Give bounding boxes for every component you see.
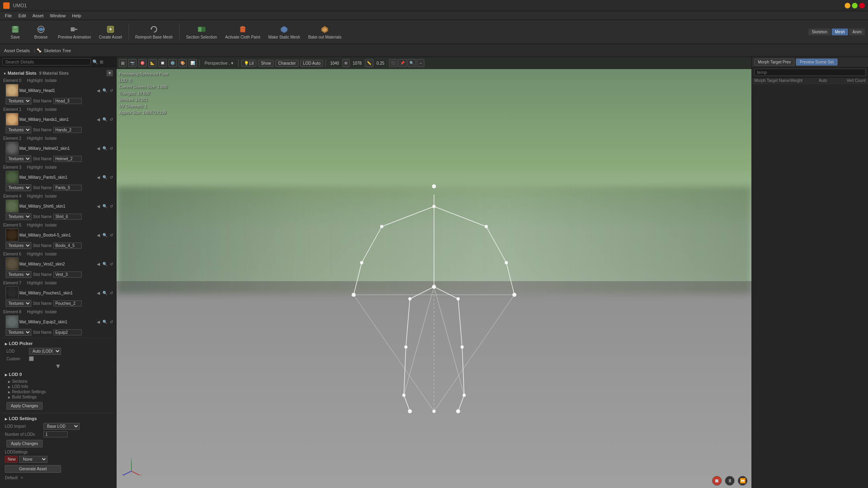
stop-button[interactable]: ⏹ <box>712 476 722 486</box>
elem-1-slot-name[interactable] <box>53 127 82 133</box>
lod-settings-header[interactable]: LOD Settings <box>3 415 113 422</box>
vp-extra-3[interactable]: 🔍 <box>407 59 416 67</box>
elem-6-isolate[interactable]: Isolate <box>45 252 57 256</box>
mesh-tab[interactable]: Mesh <box>831 29 848 35</box>
elem-5-more-btn[interactable]: ↺ <box>109 233 114 238</box>
num-lods-input[interactable] <box>43 431 68 437</box>
menu-help[interactable]: Help <box>69 11 84 20</box>
vp-icon-4[interactable]: 📐 <box>148 59 157 67</box>
menu-asset[interactable]: Asset <box>29 11 47 20</box>
elem-2-slot-name[interactable] <box>53 156 82 162</box>
elem-5-highlight[interactable]: Highlight <box>27 223 43 227</box>
elem-6-slot-name[interactable] <box>53 272 82 278</box>
make-static-mesh-button[interactable]: Make Static Mesh <box>265 22 303 43</box>
elem-1-arrow-btn[interactable]: ◀ <box>96 117 101 122</box>
lod-none-select[interactable]: None <box>19 456 47 463</box>
elem-2-type-select[interactable]: Textures <box>6 155 31 162</box>
elem-4-more-btn[interactable]: ↺ <box>109 204 114 209</box>
element-5-header[interactable]: Element 5 Highlight Isolate <box>2 222 115 228</box>
elem-4-highlight[interactable]: Highlight <box>27 194 43 198</box>
browse-button[interactable]: Browse <box>29 22 53 43</box>
elem-5-type-select[interactable]: Textures <box>6 242 31 249</box>
elem-0-isolate[interactable]: Isolate <box>45 78 57 83</box>
vp-extra-4[interactable]: ↔ <box>417 59 424 67</box>
elem-8-type-select[interactable]: Textures <box>6 329 31 336</box>
elem-4-find-btn[interactable]: 🔍 <box>102 204 108 209</box>
elem-6-highlight[interactable]: Highlight <box>27 252 43 256</box>
preview-scene-set-button[interactable]: Preview Scene Set <box>796 59 837 65</box>
create-asset-button[interactable]: + Create Asset <box>96 22 125 43</box>
panel-expand-icon[interactable]: ⊞ <box>100 59 103 65</box>
lod-import-select[interactable]: Base LOD <box>43 423 80 430</box>
elem-7-more-btn[interactable]: ↺ <box>109 290 114 296</box>
elem-3-isolate[interactable]: Isolate <box>45 165 57 169</box>
elem-3-arrow-btn[interactable]: ◀ <box>96 175 101 180</box>
lit-button[interactable]: 💡 Lit <box>241 60 257 67</box>
elem-8-isolate[interactable]: Isolate <box>45 310 57 314</box>
character-button[interactable]: Character <box>275 60 299 67</box>
element-4-header[interactable]: Element 4 Highlight Isolate <box>2 193 115 199</box>
elem-2-more-btn[interactable]: ↺ <box>109 146 114 151</box>
lod-auto-button[interactable]: LOD Auto <box>300 60 323 67</box>
elem-3-more-btn[interactable]: ↺ <box>109 175 114 180</box>
lod0-info[interactable]: LOD Info <box>8 384 108 389</box>
skeleton-tab[interactable]: Skeleton <box>808 29 831 35</box>
menu-edit[interactable]: Edit <box>15 11 29 20</box>
menu-file[interactable]: File <box>2 11 15 20</box>
vp-icon-7[interactable]: 🎨 <box>178 59 187 67</box>
add-material-slot-button[interactable]: + <box>106 70 113 76</box>
vp-icon-8[interactable]: 📊 <box>188 59 197 67</box>
elem-4-arrow-btn[interactable]: ◀ <box>96 204 101 209</box>
elem-2-arrow-btn[interactable]: ◀ <box>96 146 101 151</box>
pause-button[interactable]: ⏸ <box>725 476 735 486</box>
elem-3-slot-name[interactable] <box>53 185 82 191</box>
viewport[interactable]: ⊞ 📷 🎯 📐 🔲 ⚙️ 🎨 📊 Perspective . ▾ 💡 Lit S… <box>117 57 751 488</box>
elem-0-more-btn[interactable]: ↺ <box>109 88 114 93</box>
default-add-btn[interactable]: + <box>20 475 24 480</box>
lod0-build[interactable]: Build Settings <box>8 394 108 400</box>
save-button[interactable]: Save <box>3 22 27 43</box>
lod0-header[interactable]: LOD 0 <box>3 371 113 378</box>
elem-0-highlight[interactable]: Highlight <box>27 78 43 83</box>
element-1-header[interactable]: Element 1 Highlight Isolate <box>2 106 115 112</box>
elem-1-find-btn[interactable]: 🔍 <box>102 117 108 122</box>
lod0-sections[interactable]: Sections <box>8 379 108 384</box>
vp-extra-1[interactable]: ⬛ <box>389 59 397 67</box>
elem-8-find-btn[interactable]: 🔍 <box>102 319 108 325</box>
elem-0-slot-name[interactable] <box>53 98 82 104</box>
vp-icon-2[interactable]: 📷 <box>128 59 137 67</box>
lod-picker-header[interactable]: LOD Picker <box>3 340 113 347</box>
elem-7-slot-name[interactable] <box>53 300 82 306</box>
preview-animation-button[interactable]: Preview Animation <box>55 22 94 43</box>
maximize-button[interactable] <box>852 3 858 8</box>
element-6-header[interactable]: Element 6 Highlight Isolate <box>2 251 115 257</box>
elem-1-isolate[interactable]: Isolate <box>45 107 57 112</box>
elem-5-find-btn[interactable]: 🔍 <box>102 233 108 238</box>
elem-5-isolate[interactable]: Isolate <box>45 223 57 227</box>
elem-6-arrow-btn[interactable]: ◀ <box>96 261 101 267</box>
elem-3-type-select[interactable]: Textures <box>6 184 31 191</box>
vp-icon-3[interactable]: 🎯 <box>138 59 147 67</box>
elem-0-find-btn[interactable]: 🔍 <box>102 88 108 93</box>
elem-4-slot-name[interactable] <box>53 214 82 220</box>
lod-expand-icon[interactable]: ▼ <box>55 363 61 370</box>
lod-new-button[interactable]: New <box>5 456 18 463</box>
element-0-header[interactable]: Element 0 Highlight Isolate <box>2 78 115 84</box>
elem-2-find-btn[interactable]: 🔍 <box>102 146 108 151</box>
perspective-dropdown[interactable]: Perspective . ▾ <box>202 61 236 66</box>
element-8-header[interactable]: Element 8 Highlight Isolate <box>2 309 115 315</box>
lod0-reduction[interactable]: Reduction Settings <box>8 389 108 394</box>
elem-2-highlight[interactable]: Highlight <box>27 136 43 141</box>
elem-2-isolate[interactable]: Isolate <box>45 136 57 141</box>
elem-7-isolate[interactable]: Isolate <box>45 281 57 285</box>
search-icon[interactable]: 🔍 <box>92 59 98 65</box>
elem-6-more-btn[interactable]: ↺ <box>109 261 114 267</box>
vp-extra-2[interactable]: 📌 <box>398 59 407 67</box>
vp-scale-icon[interactable]: 📏 <box>365 59 373 67</box>
elem-1-highlight[interactable]: Highlight <box>27 107 43 112</box>
elem-3-highlight[interactable]: Highlight <box>27 165 43 169</box>
elem-7-arrow-btn[interactable]: ◀ <box>96 290 101 296</box>
lod0-apply-changes-button[interactable]: Apply Changes <box>6 402 43 410</box>
elem-7-find-btn[interactable]: 🔍 <box>102 290 108 296</box>
lod-select[interactable]: Auto (LOD0) <box>29 348 61 355</box>
